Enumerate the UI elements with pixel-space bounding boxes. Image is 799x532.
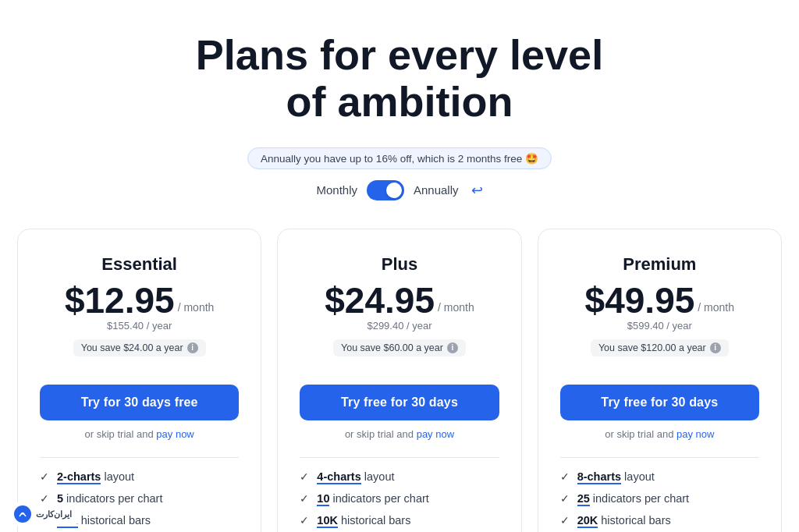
check-icon: ✓ [560, 514, 570, 527]
savings-info-icon-essential: i [187, 342, 198, 353]
plan-card-premium: Premium $49.95 / month $599.40 / year Yo… [538, 229, 782, 532]
price-year-essential: $155.40 / year [40, 320, 239, 332]
plan-card-essential: Essential $12.95 / month $155.40 / year … [17, 229, 261, 532]
feature-item: ✓ 2-charts layout [40, 470, 239, 483]
feature-highlight: 10 [317, 492, 329, 506]
divider-essential [40, 457, 239, 458]
price-period-plus: / month [438, 301, 474, 314]
plan-name-essential: Essential [40, 254, 239, 275]
feature-highlight: 4-charts [317, 470, 360, 484]
page-headline: Plans for every level of ambition [196, 31, 603, 126]
feature-item: ✓ 4-charts layout [300, 470, 499, 483]
skip-trial-premium: or skip trial and pay now [560, 428, 759, 440]
feature-item: ✓ 20K historical bars [560, 514, 759, 527]
price-row-premium: $49.95 / month [560, 282, 759, 318]
price-row-essential: $12.95 / month [40, 282, 239, 318]
feature-highlight: 8-charts [577, 470, 621, 484]
feature-item: ✓ 10K historical bars [300, 514, 499, 527]
skip-trial-plus: or skip trial and pay now [300, 428, 499, 440]
price-period-essential: / month [178, 301, 215, 314]
savings-info-icon-premium: i [710, 342, 721, 353]
price-year-plus: $299.40 / year [300, 320, 499, 332]
divider-premium [560, 457, 759, 458]
price-main-plus: $24.95 [325, 282, 435, 318]
feature-item: ✓ 25 indicators per chart [560, 492, 759, 505]
cta-button-premium[interactable]: Try free for 30 days [560, 385, 759, 420]
feature-highlight: 10K [317, 514, 338, 528]
plan-name-premium: Premium [560, 254, 759, 275]
feature-item: ✓ 8-charts layout [560, 470, 759, 483]
toggle-track [367, 180, 404, 200]
arrow-icon: ↩ [471, 182, 483, 199]
annually-label: Annually [414, 183, 459, 197]
billing-toggle[interactable] [367, 180, 404, 200]
check-icon: ✓ [560, 470, 570, 483]
savings-badge-plus: You save $60.00 a year i [333, 339, 466, 356]
watermark-text: ایران‌کارت [36, 509, 72, 520]
monthly-label: Monthly [316, 183, 357, 197]
plans-grid: Essential $12.95 / month $155.40 / year … [17, 229, 782, 532]
check-icon: ✓ [40, 470, 49, 483]
feature-list-plus: ✓ 4-charts layout ✓ 10 indicators per ch… [300, 470, 499, 527]
toggle-thumb [386, 183, 402, 198]
price-main-premium: $49.95 [585, 282, 695, 318]
savings-info-icon-plus: i [447, 342, 458, 353]
check-icon: ✓ [300, 514, 309, 527]
feature-highlight: 25 [577, 492, 590, 506]
pay-now-plus[interactable]: pay now [417, 428, 454, 440]
plan-card-plus: Plus $24.95 / month $299.40 / year You s… [277, 229, 521, 532]
check-icon: ✓ [560, 492, 570, 505]
feature-item: ✓ 10 indicators per chart [300, 492, 499, 505]
price-main-essential: $12.95 [65, 282, 175, 318]
feature-highlight: 2-charts [57, 470, 101, 484]
billing-toggle-row: Monthly Annually ↩ [316, 180, 482, 200]
page-wrapper: Plans for every level of ambition Annual… [0, 0, 799, 532]
cta-button-essential[interactable]: Try for 30 days free [40, 385, 239, 420]
cta-button-plus[interactable]: Try free for 30 days [300, 385, 499, 420]
feature-highlight: 20K [577, 514, 598, 528]
price-row-plus: $24.95 / month [300, 282, 499, 318]
check-icon: ✓ [300, 470, 309, 483]
price-year-premium: $599.40 / year [560, 320, 759, 332]
pay-now-premium[interactable]: pay now [676, 428, 714, 440]
plan-name-plus: Plus [300, 254, 499, 275]
pay-now-essential[interactable]: pay now [156, 428, 194, 440]
savings-badge-essential: You save $24.00 a year i [73, 339, 206, 356]
price-period-premium: / month [698, 301, 734, 314]
watermark: ایران‌کارت [8, 502, 78, 526]
divider-plus [300, 457, 499, 458]
savings-badge-premium: You save $120.00 a year i [591, 339, 729, 356]
check-icon: ✓ [300, 492, 309, 505]
feature-list-premium: ✓ 8-charts layout ✓ 25 indicators per ch… [560, 470, 759, 527]
skip-trial-essential: or skip trial and pay now [40, 428, 239, 440]
watermark-logo [14, 505, 31, 523]
annual-savings-badge: Annually you have up to 16% off, which i… [247, 147, 552, 169]
